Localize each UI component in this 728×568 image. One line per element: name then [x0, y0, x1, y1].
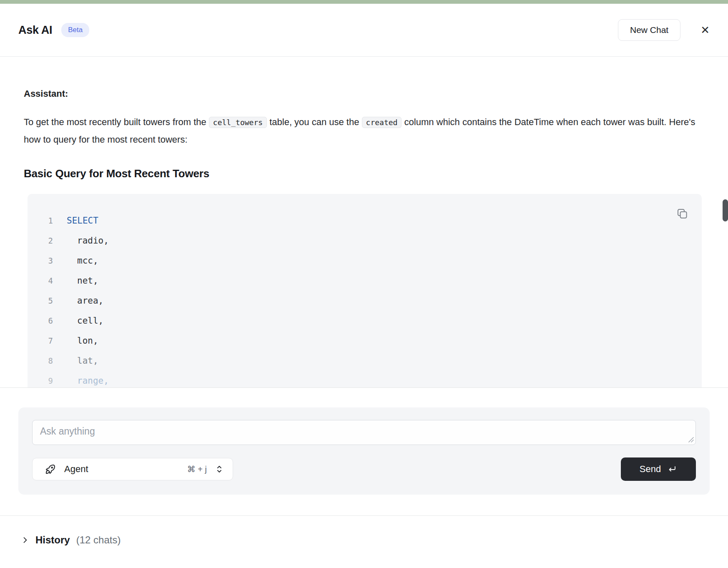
line-number: 6	[28, 316, 53, 325]
code-line: 1 SELECT	[28, 211, 702, 231]
assistant-paragraph: To get the most recently built towers fr…	[24, 113, 702, 148]
code-line: 9 range,	[28, 371, 702, 387]
code-line: 5 area,	[28, 291, 702, 311]
history-label: History	[35, 534, 70, 546]
chevron-selector-icon	[214, 464, 224, 474]
code-text: net,	[53, 276, 98, 286]
composer-actions-row: Agent ⌘ + j Send	[32, 457, 696, 481]
code-line: 7 lon,	[28, 331, 702, 351]
code-text: cell,	[53, 316, 103, 326]
composer-section: Agent ⌘ + j Send	[0, 387, 728, 515]
beta-badge: Beta	[61, 23, 89, 37]
chat-message-area: Assistant: To get the most recently buil…	[0, 57, 728, 387]
code-text: SELECT	[53, 216, 98, 226]
send-button-label: Send	[640, 464, 661, 475]
new-chat-button[interactable]: New Chat	[618, 19, 680, 41]
chevron-right-icon	[21, 536, 29, 544]
header-left: Ask AI Beta	[18, 23, 89, 37]
paragraph-text-2: table, you can use the	[267, 117, 362, 127]
agent-mode-selector[interactable]: Agent ⌘ + j	[32, 458, 233, 480]
ask-input[interactable]	[32, 420, 696, 445]
code-text: lon,	[53, 336, 98, 346]
assistant-role-label: Assistant:	[24, 88, 703, 99]
line-number: 3	[28, 256, 53, 265]
inline-code-created: created	[362, 117, 402, 128]
panel-header: Ask AI Beta New Chat ✕	[0, 4, 728, 57]
close-icon[interactable]: ✕	[699, 23, 711, 37]
code-line: 4 net,	[28, 271, 702, 291]
return-key-icon	[667, 464, 677, 474]
page-title: Ask AI	[18, 24, 52, 37]
code-text: radio,	[53, 236, 109, 246]
composer: Agent ⌘ + j Send	[18, 407, 710, 495]
header-right: New Chat ✕	[618, 19, 711, 41]
code-line: 6 cell,	[28, 311, 702, 331]
top-accent-bar	[0, 0, 728, 4]
code-text: mcc,	[53, 256, 98, 266]
code-line: 2 radio,	[28, 231, 702, 251]
line-number: 5	[28, 296, 53, 305]
history-section: History (12 chats)	[0, 515, 728, 568]
send-button[interactable]: Send	[621, 457, 696, 481]
line-number: 8	[28, 356, 53, 365]
line-number: 9	[28, 376, 53, 385]
line-number: 1	[28, 216, 53, 225]
keyboard-shortcut: ⌘ + j	[187, 464, 207, 474]
sql-code-block: 1 SELECT 2 radio, 3 mcc, 4 net, 5 area, …	[28, 194, 702, 387]
code-line: 3 mcc,	[28, 251, 702, 271]
line-number: 4	[28, 276, 53, 285]
code-text: lat,	[53, 356, 98, 366]
inline-code-cell-towers: cell_towers	[209, 117, 267, 128]
history-count: (12 chats)	[76, 534, 121, 546]
code-text: range,	[53, 376, 109, 386]
history-toggle[interactable]: History (12 chats)	[21, 534, 120, 546]
copy-icon[interactable]	[675, 206, 689, 222]
paragraph-text-1: To get the most recently built towers fr…	[24, 117, 209, 127]
code-line: 8 lat,	[28, 351, 702, 371]
section-heading: Basic Query for Most Recent Towers	[24, 167, 703, 180]
scrollbar-thumb[interactable]	[723, 199, 728, 221]
line-number: 7	[28, 336, 53, 345]
agent-mode-label: Agent	[64, 464, 88, 475]
rocket-icon	[44, 463, 57, 475]
ask-input-wrapper	[32, 420, 696, 445]
code-text: area,	[53, 296, 103, 306]
ask-ai-panel: Ask AI Beta New Chat ✕ Assistant: To get…	[0, 0, 728, 568]
line-number: 2	[28, 236, 53, 245]
